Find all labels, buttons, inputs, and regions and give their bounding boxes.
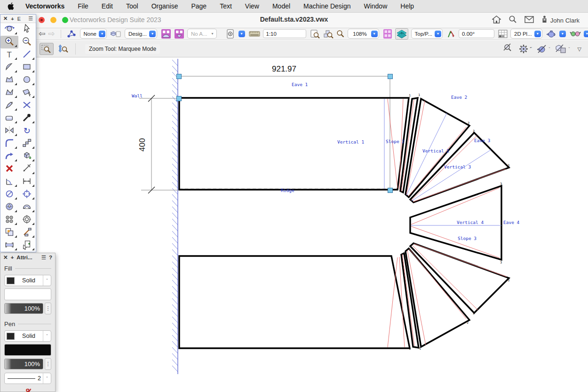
polyline-tool[interactable] (0, 87, 18, 99)
forward-button[interactable]: ⇨ (48, 29, 55, 39)
fill-opacity-slider[interactable]: 100% (4, 303, 43, 314)
layers-icon[interactable] (110, 30, 122, 38)
class-options-icon[interactable] (383, 29, 392, 39)
zoom-in-tool[interactable] (0, 36, 18, 48)
menu-text[interactable]: Text (213, 0, 238, 12)
rectangle-tool[interactable] (18, 61, 36, 74)
render-off-icon[interactable]: ˇ (536, 44, 550, 54)
snap-grid-icon[interactable] (498, 30, 508, 38)
import-page-tool[interactable] (18, 239, 36, 252)
duplicate-array-tool[interactable] (0, 214, 18, 226)
diameter-dimension-tool[interactable] (0, 188, 18, 201)
delete-tool[interactable] (0, 163, 18, 176)
layer-options-selected[interactable] (395, 28, 408, 40)
home-icon[interactable] (492, 16, 501, 25)
rotation-input[interactable]: 0.00° (459, 29, 494, 38)
menu-vectorworks[interactable]: Vectorworks (19, 0, 71, 12)
select-similar-tool[interactable] (0, 226, 18, 239)
palette-close-icon[interactable]: ✕ (3, 254, 8, 261)
fill-style-dropdown[interactable]: Solid ˇ (4, 275, 51, 286)
fit-page-icon[interactable] (310, 29, 320, 39)
zoom-level-icon[interactable] (336, 30, 345, 38)
visibility-icon[interactable] (226, 29, 236, 39)
pen-style-dropdown[interactable]: Solid ˇ (4, 330, 51, 342)
magnifier-off-icon[interactable] (502, 43, 514, 55)
lower-wedge-3[interactable] (410, 243, 509, 313)
scale-input[interactable]: 1:10 (263, 29, 306, 38)
angle-dimension-tool[interactable] (0, 176, 18, 188)
fillet-tool[interactable] (0, 137, 18, 150)
camera-dropdown-button[interactable]: ▾ (584, 31, 588, 37)
pen-opacity-slider[interactable]: 100% (4, 359, 43, 369)
offset-chain-tool[interactable] (18, 137, 36, 150)
settings-gear-icon[interactable]: ˆ̋ˇ (518, 44, 532, 54)
surface-hatch-off-icon[interactable]: ˇ (555, 44, 570, 54)
intersect-tool[interactable] (18, 99, 36, 112)
line-tool[interactable] (18, 48, 36, 61)
circle-tool[interactable] (18, 74, 36, 87)
marker-style-row[interactable]: 8 (4, 388, 51, 392)
menu-organise[interactable]: Organise (145, 0, 185, 12)
freehand-tool[interactable] (0, 99, 18, 112)
center-mark-tool[interactable] (18, 188, 36, 201)
menu-edit[interactable]: Edit (95, 0, 119, 12)
selection-tool[interactable] (18, 23, 36, 36)
render-dropdown-button[interactable]: ▾ (559, 31, 566, 37)
palette-add-icon[interactable]: + (11, 255, 14, 260)
corner-join-tool[interactable] (0, 150, 18, 163)
slab-tool[interactable] (0, 239, 18, 252)
palette-menu-icon[interactable]: ☰ (41, 254, 46, 261)
wall-component-icon[interactable] (174, 29, 184, 39)
text-tool[interactable]: T (0, 48, 18, 61)
zoom-dropdown[interactable]: 108%▾ (348, 29, 379, 39)
fill-color-well[interactable] (4, 288, 51, 300)
arc-tool[interactable] (0, 61, 18, 74)
menu-machine-design[interactable]: Machine Design (297, 0, 357, 12)
selection-handles[interactable] (177, 74, 393, 193)
interactive-zoom-mode-button[interactable] (56, 43, 70, 55)
eraser-tool[interactable] (0, 112, 18, 125)
pen-color-well[interactable] (4, 344, 51, 356)
palette-close-icon[interactable]: ✕ (3, 16, 8, 22)
menu-tool[interactable]: Tool (119, 0, 145, 12)
linear-dimension-tool[interactable] (18, 176, 36, 188)
palette-menu-icon[interactable]: ☰ (28, 16, 33, 22)
mail-icon[interactable] (524, 16, 534, 25)
line-weight-dropdown[interactable]: 2 ˇ (4, 373, 51, 384)
plane-dropdown[interactable]: 2D Pl...▾ (510, 29, 542, 39)
visibility-dropdown-button[interactable]: ▾ (238, 31, 245, 37)
menu-window[interactable]: Window (357, 0, 394, 12)
palette-add-icon[interactable]: + (11, 16, 14, 22)
reshape-tool[interactable] (18, 87, 36, 99)
pen-opacity-menu[interactable]: ⋮ (45, 358, 51, 370)
render-mode-icon[interactable] (546, 30, 556, 38)
menu-file[interactable]: File (71, 0, 95, 12)
active-symbol-dropdown[interactable]: No A...▾ (187, 29, 217, 39)
class-dropdown[interactable]: None▾ (80, 29, 107, 39)
wall-style-icon[interactable] (161, 29, 171, 39)
menu-model[interactable]: Model (266, 0, 297, 12)
help-icon[interactable]: ? (49, 255, 52, 260)
camera-view-icon[interactable] (570, 30, 581, 38)
menu-view[interactable]: View (238, 0, 266, 12)
plan-rotation-icon[interactable] (446, 29, 456, 39)
fit-objects-icon[interactable] (323, 29, 334, 39)
user-icon[interactable] (541, 16, 548, 25)
layer-scale-icon[interactable] (249, 30, 260, 38)
saved-views-icon[interactable] (67, 30, 76, 38)
search-icon[interactable] (509, 15, 517, 25)
symbol-insert-tool[interactable] (0, 201, 18, 214)
marquee-zoom-mode-button[interactable] (40, 43, 54, 55)
back-button[interactable]: ⇦ (39, 29, 45, 39)
tape-measure-tool[interactable] (18, 163, 36, 176)
mirror-tool[interactable] (0, 125, 18, 137)
view-dropdown[interactable]: Top/P...▾ (411, 29, 443, 39)
rotate-tool[interactable]: ↻ (18, 125, 36, 137)
protractor-tool[interactable] (18, 201, 36, 214)
flyover-tool[interactable] (0, 23, 18, 36)
target-snap-tool[interactable] (18, 214, 36, 226)
lower-panel-outline[interactable] (179, 256, 410, 348)
eyedropper-tool[interactable] (18, 112, 36, 125)
fill-opacity-menu[interactable]: ⋮ (45, 303, 51, 314)
kite-panel[interactable] (410, 186, 501, 260)
